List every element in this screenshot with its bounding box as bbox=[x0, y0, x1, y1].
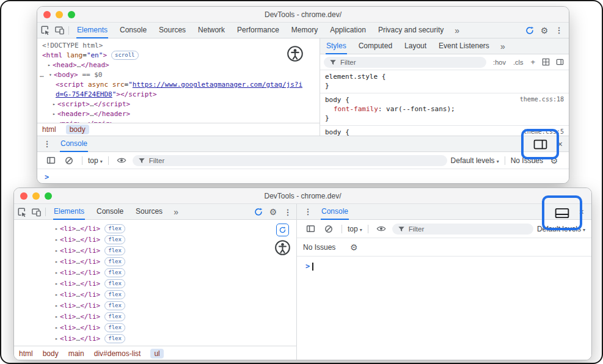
expand-arrow-icon[interactable]: ▸ bbox=[53, 289, 60, 300]
drawer-tab-console[interactable]: Console bbox=[54, 136, 93, 152]
tab-application[interactable]: Application bbox=[324, 23, 372, 38]
gtag-url-link[interactable]: https://www.googletagmanager.com/gtag/js… bbox=[133, 81, 302, 89]
drawer-menu-button[interactable]: ⋮ bbox=[40, 136, 54, 152]
recorder-button[interactable] bbox=[251, 204, 266, 220]
tab-console[interactable]: Console bbox=[114, 23, 153, 38]
expand-arrow-icon[interactable]: ▸ bbox=[46, 60, 53, 70]
main-menu-button[interactable]: ⋮ bbox=[552, 23, 566, 38]
new-style-rule-button[interactable]: + bbox=[527, 57, 538, 67]
tree-node-li[interactable]: ▸<li>…</li>flex bbox=[14, 289, 296, 300]
console-prompt[interactable]: > bbox=[297, 258, 591, 275]
recorder-button[interactable] bbox=[522, 23, 537, 38]
inspect-element-button[interactable] bbox=[37, 23, 52, 38]
flex-badge[interactable]: flex bbox=[104, 323, 125, 332]
flex-badge[interactable]: flex bbox=[104, 257, 125, 266]
tree-node-li[interactable]: ▸<li>…</li>flex bbox=[14, 278, 296, 289]
expand-arrow-icon[interactable]: ▸ bbox=[53, 278, 60, 289]
css-property-value[interactable]: var(--font-sans); bbox=[386, 105, 455, 113]
tab-styles[interactable]: Styles bbox=[320, 38, 353, 54]
device-toolbar-button[interactable] bbox=[29, 204, 43, 220]
flex-badge[interactable]: flex bbox=[104, 334, 125, 343]
main-menu-button[interactable]: ⋮ bbox=[280, 204, 295, 220]
tree-node-li[interactable]: ▸<li>…</li>flex bbox=[14, 246, 296, 257]
tab-performance[interactable]: Performance bbox=[231, 23, 285, 38]
stylesheet-source-link[interactable]: theme.css:5 bbox=[524, 128, 564, 135]
expand-arrow-icon[interactable]: ▸ bbox=[53, 322, 60, 333]
computed-sidebar-toggle-button[interactable] bbox=[554, 58, 566, 66]
clear-console-button[interactable] bbox=[321, 221, 336, 237]
layout-grid-button[interactable] bbox=[539, 58, 552, 66]
close-window-button[interactable] bbox=[20, 192, 27, 200]
console-sidebar-button[interactable] bbox=[303, 221, 318, 237]
expand-arrow-icon[interactable]: ▸ bbox=[53, 311, 60, 322]
css-property-name[interactable]: font-family bbox=[334, 105, 378, 113]
tab-console[interactable]: Console bbox=[90, 204, 130, 220]
flex-badge[interactable]: flex bbox=[104, 246, 125, 255]
issues-counter[interactable]: No Issues bbox=[511, 156, 543, 165]
breadcrumb-item-main[interactable]: main bbox=[68, 349, 84, 358]
tree-node-script-gtag-line2[interactable]: d=G-754F24EHD8"></script> bbox=[37, 90, 320, 100]
inspect-element-button[interactable] bbox=[14, 204, 29, 220]
flex-badge[interactable]: flex bbox=[104, 290, 125, 299]
tree-node-script2[interactable]: ▸<script>…</script> bbox=[37, 100, 320, 109]
expand-arrow-icon[interactable]: ▸ bbox=[51, 109, 57, 119]
more-tabs-button[interactable]: » bbox=[450, 23, 464, 38]
console-prompt[interactable]: > bbox=[37, 169, 569, 184]
issues-counter[interactable]: No Issues bbox=[303, 243, 335, 252]
dock-console-to-bottom-button[interactable] bbox=[555, 207, 569, 219]
expand-arrow-icon[interactable]: ▸ bbox=[53, 235, 60, 246]
tab-computed[interactable]: Computed bbox=[353, 38, 398, 54]
close-drawer-button[interactable]: × bbox=[555, 140, 565, 148]
replay-icon[interactable] bbox=[276, 224, 289, 236]
expand-arrow-icon[interactable]: ▸ bbox=[53, 257, 60, 268]
tree-node-header[interactable]: ▸<header>…</header> bbox=[37, 109, 320, 119]
console-filter-input[interactable]: Filter bbox=[133, 155, 447, 166]
settings-button[interactable]: ⚙ bbox=[266, 204, 280, 220]
breadcrumb-item-demos-list[interactable]: div#demos-list bbox=[94, 349, 141, 358]
tab-elements[interactable]: Elements bbox=[71, 23, 114, 38]
stylesheet-source-link[interactable]: theme.css:18 bbox=[520, 96, 564, 103]
accessibility-icon[interactable] bbox=[287, 45, 304, 62]
context-selector[interactable]: top▾ bbox=[88, 156, 103, 165]
settings-button[interactable]: ⚙ bbox=[537, 23, 552, 38]
context-selector[interactable]: top▾ bbox=[348, 225, 362, 233]
live-expression-eye-button[interactable] bbox=[374, 221, 389, 237]
tree-node-body[interactable]: …▾<body> == $0 bbox=[37, 70, 320, 80]
tree-node-html[interactable]: <html lang="en">scroll bbox=[37, 51, 320, 60]
breadcrumb-item-body-selected[interactable]: body bbox=[66, 125, 89, 134]
breadcrumb-item-html[interactable]: html bbox=[42, 125, 56, 134]
hover-menu-dots-icon[interactable]: … bbox=[40, 70, 47, 80]
tab-sources[interactable]: Sources bbox=[153, 23, 192, 38]
rule-selector[interactable]: element.style bbox=[325, 73, 378, 81]
tab-network[interactable]: Network bbox=[192, 23, 231, 38]
zoom-window-button[interactable] bbox=[68, 11, 75, 18]
tab-console[interactable]: Console bbox=[315, 204, 354, 220]
tab-event-listeners[interactable]: Event Listeners bbox=[433, 38, 495, 54]
tree-node-li[interactable]: ▸<li>…</li>flex bbox=[14, 268, 296, 278]
styles-filter-input[interactable]: Filter bbox=[324, 57, 486, 68]
scroll-badge[interactable]: scroll bbox=[111, 51, 139, 60]
more-styles-tabs-button[interactable]: » bbox=[495, 38, 510, 54]
console-filter-input[interactable]: Filter bbox=[392, 224, 533, 235]
tab-layout[interactable]: Layout bbox=[398, 38, 433, 54]
expand-arrow-icon[interactable]: ▸ bbox=[51, 100, 57, 109]
live-expression-eye-button[interactable] bbox=[114, 153, 129, 169]
default-levels-dropdown[interactable]: Default levels▾ bbox=[451, 156, 499, 165]
tree-node-script-gtag-line1[interactable]: <script async src="https://www.googletag… bbox=[37, 80, 320, 90]
flex-badge[interactable]: flex bbox=[104, 235, 125, 244]
expand-arrow-icon[interactable]: ▸ bbox=[53, 246, 60, 257]
console-settings-button[interactable]: ⚙ bbox=[346, 239, 361, 255]
tree-node-li[interactable]: ▸<li>…</li>flex bbox=[14, 235, 296, 246]
tree-node-li[interactable]: ▸<li>…</li>flex bbox=[14, 300, 296, 311]
expand-arrow-icon[interactable]: ▸ bbox=[53, 300, 60, 311]
tab-sources[interactable]: Sources bbox=[130, 204, 169, 220]
tree-node-li[interactable]: ▸<li>…</li>flex bbox=[14, 322, 296, 333]
tree-node-li[interactable]: ▸<li>…</li>flex bbox=[14, 257, 296, 268]
minimize-window-button[interactable] bbox=[32, 192, 40, 200]
toggle-element-state-button[interactable]: :hov bbox=[490, 59, 509, 66]
flex-badge[interactable]: flex bbox=[104, 301, 125, 310]
drawer-menu-button[interactable]: ⋮ bbox=[301, 204, 315, 220]
tree-node-li[interactable]: ▸<li>…</li>flex bbox=[14, 333, 296, 344]
gtag-url-link-wrap[interactable]: d=G-754F24EHD8 bbox=[56, 90, 112, 98]
clear-console-button[interactable] bbox=[62, 153, 76, 169]
